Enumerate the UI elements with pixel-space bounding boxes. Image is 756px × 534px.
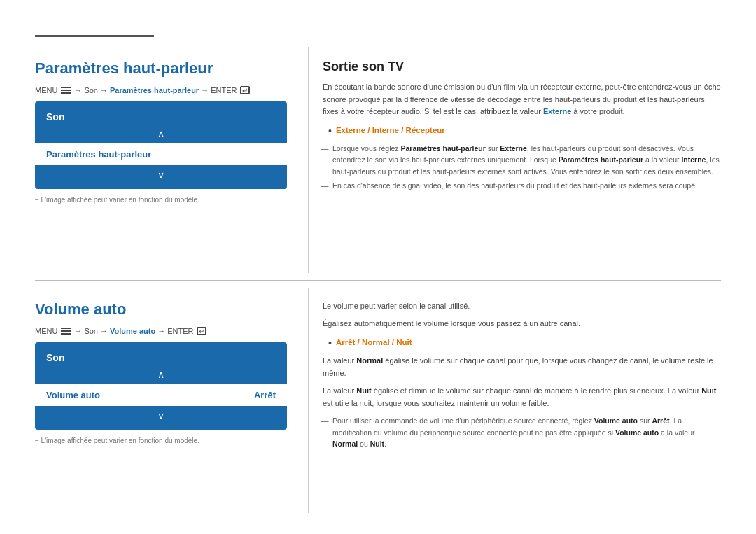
section2-line2: Égalisez automatiquement le volume lorsq… (323, 318, 721, 330)
normal-bold: Normal (356, 356, 383, 365)
tv-selected-value2: Arrêt (254, 390, 276, 400)
nuit-bold2: Nuit (701, 386, 716, 395)
section2-bullet: • Arrêt / Normal / Nuit (328, 336, 721, 351)
two-sections: Paramètres haut-parleur MENU → Son → Par… (35, 40, 721, 513)
dash1-bold4: Interne (681, 155, 706, 164)
enter-icon1 (240, 86, 250, 94)
tv-ui-arrow-up2: ∧ (35, 367, 287, 381)
extern-bold: Externe (543, 107, 571, 115)
section2-footnote: − L'image affichée peut varier en foncti… (35, 437, 287, 444)
section1-right-title: Sortie son TV (323, 59, 721, 74)
dash1-bold2: Externe (500, 144, 527, 153)
bullet-label1: Externe / Interne / Récepteur (336, 124, 445, 136)
section1-title: Paramètres haut-parleur (35, 59, 287, 78)
dash-arret: Arrêt (652, 416, 669, 425)
section2-line1: Le volume peut varier selon le canal uti… (323, 300, 721, 313)
tv-ui-box1: Son ∧ Paramètres haut-parleur ∨ (35, 101, 287, 189)
top-rule-right (154, 36, 721, 36)
section1-dash1: Lorsque vous réglez Paramètres haut-parl… (326, 143, 721, 177)
tv-ui-arrow-up1: ∧ (35, 127, 287, 141)
mid-divider (35, 280, 721, 281)
menu-path-enter2: ENTER (167, 327, 193, 335)
dash-normal: Normal (332, 440, 358, 448)
page-container: Paramètres haut-parleur MENU → Son → Par… (0, 0, 756, 534)
menu-path-arrow1: → (74, 86, 82, 94)
section1-menu-path: MENU → Son → Paramètres haut-parleur → E… (35, 86, 287, 94)
menu-path-son1: Son (84, 86, 98, 94)
section2-para2: La valeur Nuit égalise et diminue le vol… (323, 385, 721, 409)
menu-grid-icon2 (61, 328, 71, 335)
menu-path-arrow2: → (100, 86, 108, 94)
menu-path-son2: Son (84, 327, 98, 335)
menu-path-arrow2b: → (100, 327, 108, 335)
section1-left: Paramètres haut-parleur MENU → Son → Par… (35, 47, 308, 273)
menu-grid-icon (61, 87, 71, 94)
section2-para1: La valeur Normal égalise le volume sur c… (323, 355, 721, 379)
section1-footnote: − L'image affichée peut varier en foncti… (35, 196, 287, 204)
tv-selected-label2: Volume auto (46, 390, 100, 400)
dash-nuit: Nuit (370, 440, 384, 448)
enter-icon2 (197, 327, 206, 335)
tv-ui-arrow-down2: ∨ (35, 409, 287, 423)
menu-path-menu-label2: MENU (35, 327, 57, 335)
dash-vol-auto2: Volume auto (615, 428, 659, 437)
menu-path-item2: Volume auto (110, 327, 155, 335)
menu-path-menu-label: MENU (35, 86, 57, 94)
menu-path-enter1: ENTER (211, 86, 237, 94)
menu-path-arrow3b: → (158, 327, 165, 335)
dash1-bold1: Paramètres haut-parleur (400, 144, 485, 153)
section2-title: Volume auto (35, 300, 287, 318)
section2-dash: Pour utiliser la commande de volume d'un… (326, 415, 721, 449)
section1-bullet: • Externe / Interne / Récepteur (328, 124, 721, 139)
tv-ui-selected1[interactable]: Paramètres haut-parleur (35, 143, 287, 165)
section2-right: Le volume peut varier selon le canal uti… (308, 288, 721, 514)
nuit-bold1: Nuit (356, 386, 371, 395)
bottom-section: Volume auto MENU → Son → Volume auto → E… (35, 288, 721, 514)
menu-path-item1: Paramètres haut-parleur (110, 86, 199, 94)
tv-ui-label2: Son (35, 349, 287, 367)
tv-ui-box2: Son ∧ Volume auto Arrêt ∨ (35, 342, 287, 430)
dash1-bold3: Paramètres haut-parleur (559, 155, 643, 164)
section2-left: Volume auto MENU → Son → Volume auto → E… (35, 288, 308, 514)
bullet-dot2: • (328, 335, 332, 351)
top-rule-container (35, 28, 721, 37)
tv-ui-arrow-down1: ∨ (35, 168, 287, 182)
section1-dash2: En cas d'absence de signal vidéo, le son… (326, 180, 721, 191)
section2-menu-path: MENU → Son → Volume auto → ENTER (35, 327, 287, 335)
tv-ui-label1: Son (35, 108, 287, 127)
section1-right: Sortie son TV En écoutant la bande sonor… (308, 47, 721, 273)
bullet-label2: Arrêt / Normal / Nuit (336, 336, 412, 349)
section1-body: En écoutant la bande sonore d'une émissi… (323, 81, 721, 118)
dash-vol-auto: Volume auto (594, 416, 638, 425)
tv-ui-selected2[interactable]: Volume auto Arrêt (35, 384, 287, 406)
menu-path-arrow3: → (201, 86, 209, 94)
bullet-dot1: • (328, 123, 332, 139)
top-rule-left (35, 35, 154, 37)
menu-path-arrow1b: → (74, 327, 82, 335)
top-section: Paramètres haut-parleur MENU → Son → Par… (35, 40, 721, 273)
